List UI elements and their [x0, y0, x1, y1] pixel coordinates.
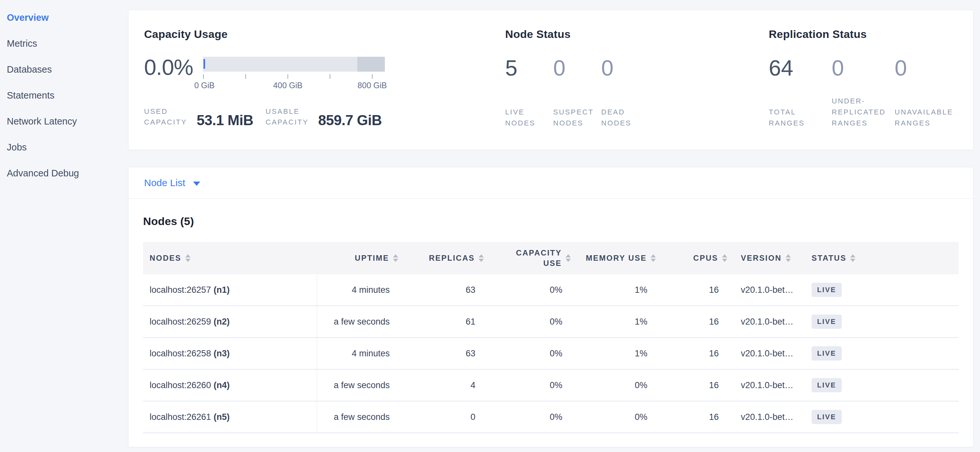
- axis-label-400gib: 400 GiB: [273, 81, 302, 90]
- status-cell: LIVE: [805, 401, 959, 433]
- sort-desc-icon: [786, 259, 791, 262]
- uptime-cell: 4 minutes: [317, 274, 398, 305]
- column-header-version[interactable]: VERSION: [727, 242, 805, 274]
- suspect-nodes-stat: 0 SUSPECT NODES: [553, 57, 601, 129]
- sidebar-item-overview[interactable]: Overview: [7, 5, 123, 30]
- sidebar-item-metrics[interactable]: Metrics: [7, 30, 123, 56]
- table-row-n3: localhost:26258 (n3) 4 minutes 63 0% 1% …: [143, 338, 959, 370]
- node-address-cell[interactable]: localhost:26257 (n1): [143, 274, 317, 305]
- sort-asc-icon: [185, 254, 191, 257]
- node-address-cell[interactable]: localhost:26260 (n4): [143, 370, 317, 401]
- sort-asc-icon: [651, 254, 656, 257]
- column-header-replicas[interactable]: REPLICAS: [398, 242, 484, 274]
- cpus-cell: 16: [656, 401, 727, 433]
- status-badge: LIVE: [811, 378, 842, 392]
- sort-desc-icon: [566, 259, 571, 262]
- table-row-n2: localhost:26259 (n2) a few seconds 61 0%…: [143, 306, 959, 338]
- status-badge: LIVE: [811, 314, 842, 329]
- table-row-n5: localhost:26261 (n5) a few seconds 0 0% …: [143, 401, 959, 433]
- sidebar-item-statements[interactable]: Statements: [7, 82, 123, 108]
- column-header-uptime[interactable]: UPTIME: [317, 242, 398, 274]
- live-nodes-label: LIVE NODES: [505, 107, 553, 129]
- sort-asc-icon: [850, 254, 855, 257]
- node-address-cell[interactable]: localhost:26258 (n3): [143, 338, 317, 369]
- capacity-use-cell: 0%: [484, 274, 571, 305]
- sidebar-item-jobs[interactable]: Jobs: [7, 134, 123, 160]
- under-replicated-ranges-value: 0: [832, 57, 893, 79]
- node-status-title: Node Status: [505, 28, 769, 41]
- sort-icon: [185, 254, 191, 262]
- sidebar-item-databases[interactable]: Databases: [7, 56, 123, 82]
- node-id: (n4): [213, 380, 230, 390]
- usable-capacity-value: 859.7 GiB: [318, 113, 382, 127]
- memory-use-cell: 1%: [571, 274, 656, 305]
- uptime-cell: a few seconds: [317, 370, 398, 401]
- live-nodes-stat: 5 LIVE NODES: [505, 57, 553, 129]
- axis-tick: [288, 74, 288, 79]
- total-ranges-value: 64: [769, 57, 830, 79]
- sidebar-item-network-latency[interactable]: Network Latency: [7, 108, 123, 134]
- uptime-cell: a few seconds: [317, 401, 398, 433]
- used-capacity-label: USED CAPACITY: [144, 106, 193, 127]
- sort-desc-icon: [185, 259, 191, 262]
- cpus-cell: 16: [656, 370, 727, 401]
- under-replicated-ranges-stat: 0 UNDER-REPLICATED RANGES: [832, 57, 895, 129]
- axis-label-800gib: 800 GiB: [358, 81, 387, 90]
- capacity-used-marker: [204, 59, 205, 69]
- chevron-down-icon: [193, 182, 200, 186]
- node-address-cell[interactable]: localhost:26261 (n5): [143, 401, 317, 433]
- status-badge: LIVE: [811, 346, 842, 360]
- cpus-cell: 16: [656, 338, 727, 369]
- sort-asc-icon: [393, 254, 398, 257]
- node-address: localhost:26261: [150, 412, 211, 422]
- column-header-cpus[interactable]: CPUS: [656, 242, 727, 274]
- axis-tick: [245, 74, 246, 79]
- sort-icon: [479, 254, 484, 262]
- view-selector-bar: Node List: [129, 167, 973, 199]
- capacity-use-cell: 0%: [484, 306, 571, 337]
- unavailable-ranges-stat: 0 UNAVAILABLE RANGES: [895, 57, 958, 129]
- sidebar: Overview Metrics Databases Statements Ne…: [0, 0, 123, 452]
- sidebar-item-advanced-debug[interactable]: Advanced Debug: [7, 160, 123, 186]
- node-id: (n2): [213, 317, 230, 327]
- sort-asc-icon: [722, 254, 727, 257]
- version-cell: v20.1.0-bet…: [727, 274, 805, 305]
- sort-desc-icon: [850, 259, 855, 262]
- node-id: (n5): [213, 412, 230, 422]
- node-list-dropdown-label: Node List: [144, 178, 185, 189]
- dead-nodes-stat: 0 DEAD NODES: [601, 57, 649, 129]
- capacity-usage-title: Capacity Usage: [144, 28, 505, 41]
- unavailable-ranges-value: 0: [895, 57, 956, 79]
- column-header-status[interactable]: STATUS: [805, 242, 959, 274]
- used-capacity-value: 53.1 MiB: [197, 113, 253, 127]
- axis-tick: [203, 74, 204, 79]
- node-address: localhost:26259: [150, 317, 211, 327]
- sort-icon: [651, 254, 656, 262]
- cpus-cell: 16: [656, 274, 727, 305]
- replication-status-title: Replication Status: [769, 28, 958, 41]
- total-ranges-label: TOTAL RANGES: [769, 107, 830, 129]
- sort-asc-icon: [566, 254, 571, 257]
- node-address-cell[interactable]: localhost:26259 (n2): [143, 306, 317, 337]
- sort-icon: [393, 254, 398, 262]
- capacity-use-cell: 0%: [484, 370, 571, 401]
- status-cell: LIVE: [805, 306, 959, 337]
- sort-icon: [722, 254, 727, 262]
- sort-asc-icon: [786, 254, 791, 257]
- column-header-memory-use[interactable]: MEMORY USE: [571, 242, 656, 274]
- uptime-cell: 4 minutes: [317, 338, 398, 369]
- sort-asc-icon: [479, 254, 484, 257]
- node-list-dropdown[interactable]: Node List: [144, 178, 200, 189]
- capacity-bar-chart: 0 GiB 400 GiB 800 GiB: [203, 57, 385, 91]
- sort-desc-icon: [722, 259, 727, 262]
- version-cell: v20.1.0-bet…: [727, 306, 805, 337]
- sort-icon: [566, 254, 571, 262]
- memory-use-cell: 0%: [571, 370, 656, 401]
- dead-nodes-label: DEAD NODES: [601, 107, 649, 129]
- status-cell: LIVE: [805, 370, 959, 401]
- sort-icon: [850, 254, 855, 262]
- column-header-capacity-use[interactable]: CAPACITY USE: [484, 242, 571, 274]
- live-nodes-value: 5: [505, 57, 553, 79]
- column-header-nodes[interactable]: NODES: [143, 242, 317, 274]
- status-badge: LIVE: [811, 410, 842, 424]
